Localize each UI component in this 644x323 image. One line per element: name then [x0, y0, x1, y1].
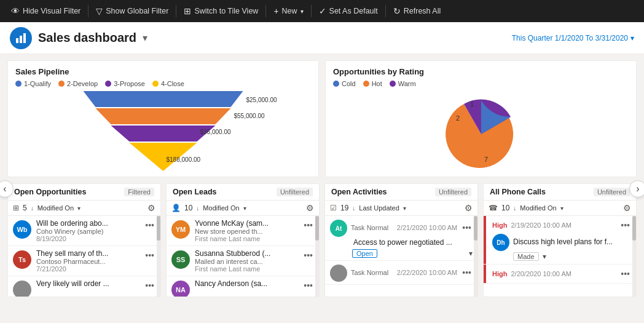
charts-row: Sales Pipeline 1-Qualify 2-Develop 3-Pro…	[7, 60, 637, 177]
filter-icon: ▽	[96, 6, 103, 16]
scroll-bar	[474, 216, 477, 297]
svg-text:$25,000.00: $25,000.00	[246, 97, 277, 103]
avatar: Wb	[13, 220, 31, 239]
phone-sort-label: Modified On	[520, 204, 556, 212]
phone-filter-btn[interactable]: ⚙	[623, 203, 631, 213]
open-leads-title: Open Leads	[173, 188, 217, 196]
close-label: 4-Close	[161, 80, 184, 87]
list-item: YM Yvonne McKay (sam... New store opened…	[167, 216, 319, 246]
act-count: 19	[340, 204, 348, 212]
title-chevron-icon[interactable]: ▾	[143, 32, 147, 44]
svg-rect-0	[16, 38, 18, 43]
item-more-btn[interactable]: •••	[144, 279, 155, 292]
refresh-icon: ↻	[393, 6, 401, 16]
set-default-button[interactable]: ✓ Set As Default	[313, 0, 384, 22]
qualify-label: 1-Qualify	[24, 80, 51, 87]
sales-pipeline-title: Sales Pipeline	[15, 67, 311, 76]
phone-title: All Phone Calls	[490, 188, 546, 196]
item-subtitle: Contoso Pharmaceut...	[36, 258, 139, 265]
made-chevron-icon[interactable]: ▾	[543, 252, 546, 261]
new-button[interactable]: + New ▾	[267, 0, 309, 22]
item-content: Nancy Anderson (sa...	[195, 279, 297, 288]
item-content: Yvonne McKay (sam... New store opened th…	[195, 219, 297, 242]
item-more-btn[interactable]: •••	[461, 266, 473, 279]
opp-filter-btn[interactable]: ⚙	[147, 203, 155, 213]
priority-bar	[484, 216, 486, 264]
priority-bar	[484, 265, 486, 283]
legend-hot: Hot	[363, 80, 382, 87]
made-badge: Made	[513, 252, 539, 261]
item-title: Susanna Stubberod (...	[195, 249, 297, 258]
open-leads-controls: 👤 10 ↓ Modified On ▾ ⚙	[167, 201, 319, 216]
show-global-filter-button[interactable]: ▽ Show Global Filter	[90, 0, 175, 22]
legend-qualify: 1-Qualify	[15, 80, 51, 87]
separator-3	[265, 5, 266, 17]
act-filter-btn[interactable]: ⚙	[465, 203, 473, 213]
open-act-controls: ☑ 19 ↓ Last Updated ▾ ⚙	[325, 201, 477, 216]
open-chevron-icon[interactable]: ▾	[469, 249, 473, 258]
avatar: YM	[171, 220, 190, 239]
pie-chart: 1 2 7	[420, 85, 543, 177]
item-more-btn[interactable]: •••	[144, 249, 155, 261]
separator-4	[311, 5, 312, 17]
open-act-badge: Unfiltered	[435, 188, 471, 196]
switch-tile-view-button[interactable]: ⊞ Switch to Tile View	[178, 0, 264, 22]
act-sort-chevron-icon[interactable]: ▾	[403, 205, 406, 212]
svg-text:$36,000.00: $36,000.00	[200, 129, 231, 135]
cold-label: Cold	[342, 80, 356, 87]
leads-sort-arrow[interactable]: ↓	[196, 205, 199, 212]
activity-row1: Task Normal 2/22/2020 10:00 AM •••	[330, 263, 473, 282]
item-more-btn[interactable]: •••	[302, 279, 314, 292]
phone-sort-chevron-icon[interactable]: ▾	[560, 205, 564, 212]
item-more-btn[interactable]: •••	[144, 219, 155, 231]
phone-header: All Phone Calls Unfiltered	[484, 184, 636, 201]
act-task-icon: ☑	[330, 204, 337, 212]
svg-text:$55,000.00: $55,000.00	[234, 113, 265, 119]
header-left: Sales dashboard ▾	[10, 27, 147, 49]
phone-more-btn[interactable]: •••	[619, 219, 631, 231]
develop-dot	[58, 81, 65, 87]
item-more-btn[interactable]: •••	[302, 249, 314, 261]
opp-sort-chevron-icon[interactable]: ▾	[77, 205, 80, 212]
refresh-all-button[interactable]: ↻ Refresh All	[387, 0, 447, 22]
svg-rect-2	[23, 33, 26, 43]
phone-more-btn[interactable]: •••	[619, 268, 631, 280]
scroll-thumb[interactable]	[315, 216, 319, 241]
item-title: They sell many of th...	[36, 249, 139, 258]
svg-text:2: 2	[455, 114, 459, 122]
scroll-thumb[interactable]	[474, 216, 477, 241]
phone-item: High 2/20/2020 10:00 AM •••	[484, 265, 636, 284]
phone-sort-arrow[interactable]: ↓	[513, 205, 516, 212]
main-content: ‹ › Sales Pipeline 1-Qualify 2-Develop 3…	[0, 54, 644, 323]
svg-marker-4	[96, 108, 231, 124]
item-more-btn[interactable]: •••	[302, 219, 314, 231]
opportunities-rating-card: Opportunities by Rating Cold Hot Warm	[325, 60, 637, 177]
scroll-thumb[interactable]	[632, 216, 636, 241]
propose-dot	[105, 81, 111, 87]
leads-filter-btn[interactable]: ⚙	[306, 203, 314, 213]
activity-subject: Access to power negotiated ...	[353, 238, 452, 247]
eye-icon: 👁	[11, 6, 20, 16]
leads-sort-chevron-icon[interactable]: ▾	[243, 205, 246, 212]
avatar: Dh	[492, 234, 509, 251]
opp-sort-arrow[interactable]: ↓	[31, 205, 34, 212]
avatar	[330, 265, 347, 282]
list-item: Wb Will be ordering abo... Coho Winery (…	[8, 216, 160, 246]
tile-icon: ⊞	[184, 6, 191, 16]
phone-body: High 2/19/2020 10:00 AM ••• Dh Discuss h…	[484, 216, 636, 297]
app-icon	[10, 27, 32, 49]
check-icon: ✓	[319, 6, 326, 16]
act-sort-arrow[interactable]: ↓	[352, 205, 355, 212]
funnel-container: $25,000.00 $55,000.00 $36,000.00 $188,00…	[15, 91, 311, 171]
scroll-bar	[157, 216, 160, 297]
date-range-selector[interactable]: This Quarter 1/1/2020 To 3/31/2020 ▾	[512, 34, 634, 42]
svg-text:1: 1	[469, 100, 473, 108]
item-more-btn[interactable]: •••	[461, 221, 473, 234]
scroll-thumb[interactable]	[157, 216, 160, 241]
warm-label: Warm	[398, 80, 416, 87]
dashboard-title: Sales dashboard	[38, 31, 136, 45]
next-arrow-button[interactable]: ›	[629, 180, 644, 197]
phone-icon: ☎	[489, 204, 498, 212]
activity-row2: Access to power negotiated ...	[330, 238, 473, 247]
hide-visual-filter-button[interactable]: 👁 Hide Visual Filter	[5, 0, 87, 22]
